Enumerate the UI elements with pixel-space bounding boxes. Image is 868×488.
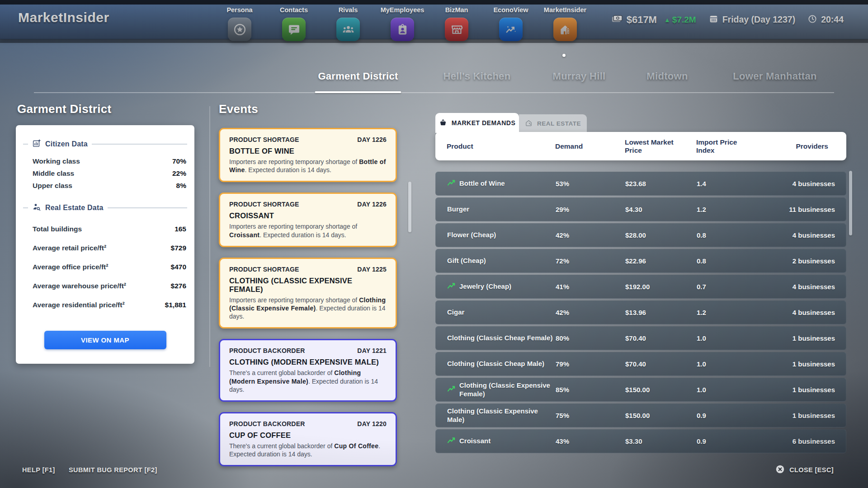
- tab-lower-manhattan[interactable]: Lower Manhattan: [733, 70, 816, 82]
- tab-real-estate[interactable]: REAL ESTATE: [519, 114, 587, 133]
- people-icon: [336, 18, 360, 41]
- tab-murray-hill[interactable]: Murray Hill: [553, 70, 606, 82]
- event-card-backorder: PRODUCT BACKORDERDAY 1221 CLOTHING (MODE…: [219, 339, 397, 402]
- table-row: Clothing (Classic Cheap Female) 80% $70.…: [435, 326, 846, 350]
- price-value: $150.00: [625, 386, 697, 394]
- table-row: Clothing (Classic Cheap Male) 79% $70.40…: [435, 352, 846, 376]
- demand-value: 29%: [556, 206, 625, 213]
- district-panel-title: Garment District: [17, 102, 112, 116]
- stat-row: Middle class22%: [23, 167, 187, 179]
- product-name: Clothing (Classic Expensive Male): [447, 407, 553, 424]
- house-tag-icon: [525, 119, 533, 128]
- event-product: BOTTLE OF WINE: [229, 147, 387, 155]
- trend-up-icon: [447, 437, 456, 446]
- price-value: $70.40: [625, 334, 697, 342]
- event-kind: PRODUCT BACKORDER: [229, 347, 305, 354]
- demand-value: 41%: [556, 283, 625, 291]
- event-product: CLOTHING (MODERN EXPENSIVE MALE): [229, 358, 387, 366]
- person-search-icon: [32, 202, 41, 213]
- event-card-backorder: PRODUCT BACKORDERDAY 1220 CUP OF COFFEE …: [219, 412, 397, 466]
- providers-value: 4 businesses: [751, 180, 835, 188]
- star-icon: [228, 18, 251, 41]
- app-bizman[interactable]: BizMan: [430, 6, 483, 41]
- providers-value: 1 businesses: [751, 360, 835, 368]
- tab-midtown[interactable]: Midtown: [646, 70, 688, 82]
- trend-up-icon: [447, 385, 456, 394]
- price-value: $13.96: [625, 309, 697, 316]
- demand-value: 42%: [556, 309, 625, 316]
- chart-sparkle-icon: [499, 18, 523, 41]
- product-name: Clothing (Classic Cheap Male): [447, 360, 544, 368]
- event-card-shortage: PRODUCT SHORTAGEDAY 1226 BOTTLE OF WINE …: [219, 128, 397, 182]
- time-value: 20:44: [821, 14, 844, 25]
- index-value: 0.8: [697, 257, 751, 265]
- app-contacts[interactable]: Contacts: [268, 6, 320, 41]
- app-marketinsider[interactable]: MarketInsider: [539, 6, 591, 41]
- close-button[interactable]: CLOSE [ESC]: [775, 465, 834, 475]
- market-table-scrollbar[interactable]: [849, 171, 852, 235]
- help-button[interactable]: HELP [F1]: [22, 466, 55, 474]
- storefront-icon: [445, 18, 468, 41]
- col-demand: Demand: [555, 142, 625, 150]
- view-on-map-button[interactable]: VIEW ON MAP: [44, 331, 166, 349]
- demand-value: 43%: [556, 437, 625, 445]
- price-value: $70.40: [625, 360, 697, 368]
- citizen-data-rows: Working class70% Middle class22% Upper c…: [23, 155, 187, 192]
- up-arrow-icon: ▲: [664, 16, 670, 23]
- stat-row: Average residential price/ft²$1,881: [23, 296, 187, 314]
- tab-hells-kitchen[interactable]: Hell's Kitchen: [443, 70, 511, 82]
- providers-value: 4 businesses: [751, 309, 835, 316]
- event-card-shortage: PRODUCT SHORTAGEDAY 1226 CROISSANT Impor…: [219, 192, 397, 247]
- calendar-icon: [709, 14, 718, 25]
- app-persona[interactable]: Persona: [213, 6, 266, 41]
- event-product: CROISSANT: [229, 211, 387, 220]
- event-day: DAY 1225: [357, 266, 387, 273]
- citizen-data-title: Citizen Data: [45, 140, 88, 148]
- providers-value: 4 businesses: [751, 231, 835, 239]
- stat-row: Average retail price/ft²$729: [23, 239, 187, 258]
- index-value: 1.0: [697, 334, 751, 342]
- date-value: Friday (Day 1237): [722, 14, 796, 25]
- event-product: CLOTHING (CLASSIC EXPENSIVE FEMALE): [229, 277, 387, 294]
- event-description: Importers are reporting temporary shorta…: [229, 158, 387, 174]
- event-kind: PRODUCT SHORTAGE: [229, 201, 299, 208]
- index-value: 0.7: [697, 283, 751, 291]
- providers-value: 1 businesses: [751, 412, 835, 419]
- chat-icon: [282, 18, 306, 41]
- bottom-strip: [0, 0, 868, 5]
- app-myemployees[interactable]: MyEmployees: [376, 6, 429, 41]
- demand-value: 53%: [556, 180, 625, 188]
- demand-value: 42%: [556, 231, 625, 239]
- product-name: Clothing (Classic Expensive Female): [459, 381, 553, 398]
- tab-garment-district[interactable]: Garment District: [318, 70, 398, 82]
- app-econoview[interactable]: EconoView: [485, 6, 537, 41]
- basket-icon: [439, 118, 447, 128]
- product-name: Clothing (Classic Cheap Female): [447, 334, 552, 342]
- real-estate-data-header: Real Estate Data: [23, 202, 187, 213]
- stat-row: Working class70%: [23, 155, 187, 167]
- id-badge-icon: [391, 18, 414, 41]
- demand-value: 85%: [556, 386, 625, 394]
- stat-row: Total buildings165: [23, 220, 187, 239]
- market-table-header: Product Demand Lowest Market Price Impor…: [435, 132, 846, 160]
- demand-value: 80%: [556, 334, 625, 342]
- table-row: Clothing (Classic Expensive Female) 85% …: [435, 378, 846, 402]
- table-row: Gift (Cheap) 72% $22.96 0.8 2 businesses: [435, 249, 846, 273]
- district-data-card: Citizen Data Working class70% Middle cla…: [16, 125, 194, 364]
- demand-value: 79%: [556, 360, 625, 368]
- app-title: MarketInsider: [18, 10, 109, 25]
- marketinsider-screen: MarketInsider Persona Contacts Rivals My…: [0, 0, 868, 488]
- event-day: DAY 1226: [357, 136, 387, 143]
- tab-market-demands[interactable]: MARKET DEMANDS: [435, 113, 519, 133]
- bug-report-button[interactable]: SUBMIT BUG REPORT [F2]: [69, 466, 157, 474]
- providers-value: 1 businesses: [751, 386, 835, 394]
- event-day: DAY 1226: [357, 201, 387, 208]
- index-value: 1.2: [697, 206, 751, 213]
- event-kind: PRODUCT SHORTAGE: [229, 136, 299, 143]
- product-name: Jewelry (Cheap): [459, 282, 511, 291]
- providers-value: 11 businesses: [751, 206, 835, 213]
- app-rivals[interactable]: Rivals: [322, 6, 374, 41]
- events-scrollbar[interactable]: [408, 182, 411, 232]
- providers-value: 6 businesses: [751, 437, 835, 445]
- house-ruler-icon: [553, 18, 577, 41]
